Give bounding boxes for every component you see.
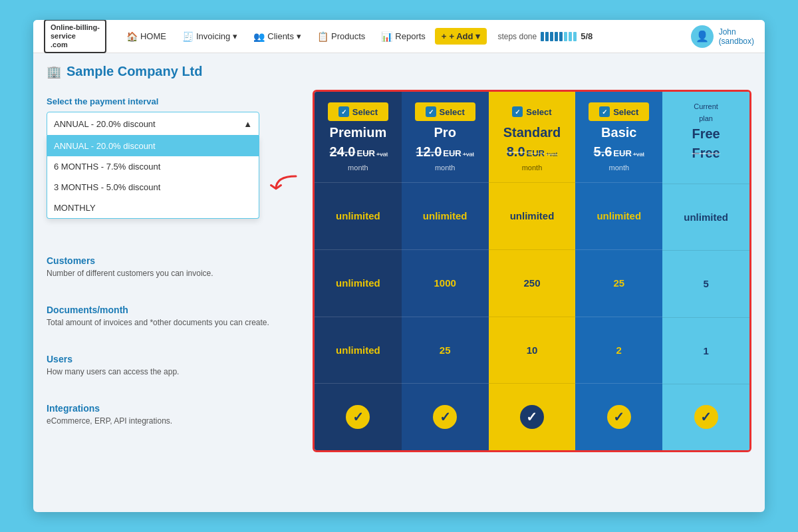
plan-basic-name: Basic: [601, 125, 636, 140]
select-premium-button[interactable]: ✓ Select: [328, 102, 388, 121]
pricing-table-wrapper: ✓ Select Premium 24.0 EUR +vat month: [313, 90, 751, 452]
vat-label: +vat: [633, 151, 644, 158]
plan-standard-name: Standard: [503, 125, 561, 140]
step-bar-8: [573, 32, 577, 41]
eur-label: EUR: [357, 148, 375, 158]
invoicing-chevron-icon: ▾: [233, 31, 237, 41]
select-basic-label: Select: [613, 107, 638, 117]
steps-count: 5/8: [581, 31, 593, 41]
step-bar-2: [545, 32, 549, 41]
plan-free-period: [705, 165, 707, 173]
plan-basic-customers: unlimited: [575, 182, 662, 249]
customers-feature-row: Customers Number of different customers …: [47, 255, 299, 278]
plan-pro-header: ✓ Select Pro 12.0 EUR +vat month: [402, 92, 489, 182]
nav-reports[interactable]: 📊 Reports: [374, 27, 432, 46]
plan-pro-users: 25: [402, 317, 489, 384]
plan-pro-documents: 1000: [402, 249, 489, 317]
vat-label: +vat: [463, 151, 474, 158]
nav-items: 🏠 HOME 🧾 Invoicing ▾ 👥 Clients ▾ 📋 Produ…: [120, 27, 691, 46]
plan-standard-documents: 250: [489, 249, 576, 317]
invoicing-icon: 🧾: [182, 31, 194, 42]
plan-premium-header: ✓ Select Premium 24.0 EUR +vat month: [315, 92, 402, 182]
steps-done-label: steps done: [497, 32, 537, 41]
select-standard-button[interactable]: ✓ Select: [501, 102, 562, 121]
plan-free-users: 1: [662, 317, 749, 384]
current-plan-label2: plan: [699, 114, 713, 122]
plan-free-price: Free: [692, 146, 720, 161]
price-value: 5.6: [594, 144, 612, 160]
logo[interactable]: Online-billing- service .com: [44, 20, 106, 53]
plan-standard-period: month: [522, 164, 543, 172]
selected-option-label: ANNUAL - 20.0% discount: [54, 119, 156, 129]
nav-invoicing-label: Invoicing: [196, 31, 230, 41]
home-icon: 🏠: [126, 31, 138, 42]
checkmark-standard: ✓: [520, 405, 544, 429]
plan-premium-name: Premium: [330, 125, 387, 140]
payment-interval-dropdown[interactable]: ANNUAL - 20.0% discount ▲: [47, 112, 259, 136]
plan-free-customers: unlimited: [662, 184, 749, 250]
plan-premium: ✓ Select Premium 24.0 EUR +vat month: [315, 92, 402, 450]
dropdown-menu: ANNUAL - 20.0% discount 6 MONTHS - 7.5% …: [47, 136, 259, 219]
plan-standard-header: ✓ Select Standard 8.0 EUR +vat month: [489, 92, 576, 182]
nav-clients[interactable]: 👥 Clients ▾: [247, 27, 308, 46]
dropdown-option-6months[interactable]: 6 MONTHS - 7.5% discount: [47, 156, 259, 177]
select-basic-button[interactable]: ✓ Select: [589, 102, 649, 121]
nav-user[interactable]: 👤 John (sandbox): [691, 25, 754, 48]
user-name: John: [719, 27, 754, 37]
clients-chevron-icon: ▾: [297, 31, 301, 41]
plan-premium-users: unlimited: [315, 317, 402, 384]
steps-bars: [541, 32, 577, 41]
select-standard-label: Select: [526, 107, 551, 117]
price-value: 12.0: [416, 144, 442, 160]
eur-label: EUR: [443, 148, 461, 158]
page-content: 🏢 Sample Company Ltd Select the payment …: [33, 53, 765, 463]
plan-free-name: Free: [692, 126, 720, 142]
select-premium-label: Select: [352, 107, 378, 117]
navbar: Online-billing- service .com 🏠 HOME 🧾 In…: [33, 20, 765, 53]
plan-standard-integrations: ✓: [489, 383, 576, 450]
left-panel: Select the payment interval ANNUAL - 20.…: [47, 90, 313, 452]
plan-pro: ✓ Select Pro 12.0 EUR +vat month unlim: [402, 92, 489, 450]
documents-feature-row: Documents/month Total amount of invoices…: [47, 305, 299, 327]
company-name: Sample Company Ltd: [66, 64, 202, 79]
plan-free-integrations: ✓: [662, 384, 749, 450]
nav-products[interactable]: 📋 Products: [311, 27, 372, 46]
plan-basic-period: month: [609, 164, 630, 172]
user-sub: (sandbox): [719, 37, 754, 46]
nav-home[interactable]: 🏠 HOME: [120, 27, 173, 46]
arrow-container: [266, 170, 306, 205]
plan-standard-users: 10: [489, 317, 576, 384]
dropdown-option-monthly[interactable]: MONTHLY: [47, 198, 259, 218]
dropdown-container: ANNUAL - 20.0% discount ▲ ANNUAL - 20.0%…: [47, 112, 299, 136]
plan-free-documents: 5: [662, 250, 749, 317]
step-bar-3: [550, 32, 553, 41]
price-value: 8.0: [507, 144, 525, 160]
integrations-feature-row: Integrations eCommerce, ERP, API integra…: [47, 403, 299, 426]
nav-products-label: Products: [331, 31, 365, 41]
products-icon: 📋: [317, 31, 329, 42]
nav-invoicing[interactable]: 🧾 Invoicing ▾: [176, 27, 244, 46]
nav-add-button[interactable]: + + Add ▾: [435, 28, 487, 45]
checkmark-basic: ✓: [607, 405, 631, 429]
plan-premium-documents: unlimited: [315, 249, 402, 317]
plan-basic-header: ✓ Select Basic 5.6 EUR +vat month: [575, 92, 662, 182]
step-bar-4: [555, 32, 558, 41]
nav-clients-label: Clients: [267, 31, 294, 41]
step-bar-5: [559, 32, 563, 41]
customers-desc: Number of different customers you can in…: [47, 269, 299, 278]
plan-basic: ✓ Select Basic 5.6 EUR +vat month unli: [575, 92, 662, 450]
plan-premium-integrations: ✓: [315, 383, 402, 450]
dropdown-option-3months[interactable]: 3 MONTHS - 5.0% discount: [47, 177, 259, 198]
eur-label: EUR: [613, 148, 631, 158]
checkmark-free: ✓: [694, 405, 718, 429]
select-pro-button[interactable]: ✓ Select: [415, 102, 475, 121]
plan-pro-integrations: ✓: [402, 383, 489, 450]
check-icon: ✓: [426, 106, 436, 117]
dropdown-option-annual[interactable]: ANNUAL - 20.0% discount: [47, 136, 259, 156]
clients-icon: 👥: [253, 31, 265, 42]
dropdown-chevron-icon: ▲: [243, 119, 252, 129]
user-info: John (sandbox): [719, 27, 754, 46]
price-value: Free: [692, 146, 720, 161]
check-icon: ✓: [599, 106, 610, 117]
select-pro-label: Select: [440, 107, 465, 117]
